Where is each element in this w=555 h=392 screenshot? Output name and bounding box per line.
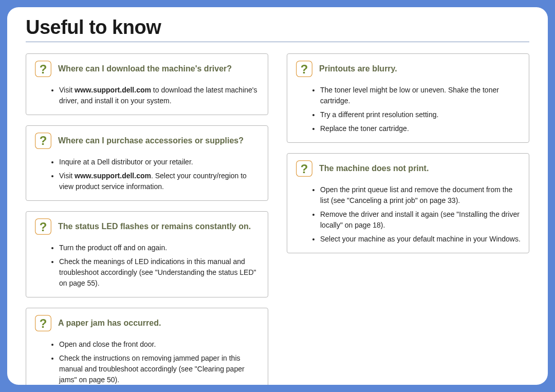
faq-header: Where can I download the machine's drive… — [34, 60, 260, 78]
faq-list: Open and close the front door. Check the… — [34, 339, 260, 385]
faq-item: Visit www.support.dell.com to download t… — [59, 85, 260, 106]
question-icon — [34, 132, 52, 150]
faq-heading: The status LED flashes or remains consta… — [58, 222, 251, 231]
content-columns: Where can I download the machine's drive… — [26, 53, 529, 385]
faq-header: Where can I purchase accessories or supp… — [34, 132, 260, 150]
faq-list: Visit www.support.dell.com to download t… — [34, 85, 260, 106]
faq-heading: A paper jam has occurred. — [58, 319, 161, 328]
document-page: Useful to know Where can I download the … — [7, 7, 548, 385]
faq-header: Printouts are blurry. — [295, 60, 521, 78]
faq-card-driver-download: Where can I download the machine's drive… — [26, 53, 268, 115]
right-column: Printouts are blurry. The toner level mi… — [287, 53, 529, 385]
title-divider — [26, 42, 529, 42]
faq-heading: Where can I purchase accessories or supp… — [58, 136, 244, 145]
question-icon — [34, 60, 52, 78]
faq-list: The toner level might be low or uneven. … — [295, 85, 521, 134]
faq-heading: Where can I download the machine's drive… — [58, 64, 232, 73]
faq-card-paper-jam: A paper jam has occurred. Open and close… — [26, 308, 268, 385]
question-icon — [34, 218, 52, 235]
faq-heading: Printouts are blurry. — [319, 64, 397, 73]
faq-item: Visit www.support.dell.com. Select your … — [59, 171, 260, 192]
faq-card-status-led: The status LED flashes or remains consta… — [26, 211, 268, 297]
question-icon — [295, 60, 313, 78]
faq-item: Check the instructions on removing jamme… — [59, 353, 260, 385]
faq-item: Open the print queue list and remove the… — [320, 184, 521, 206]
faq-item: The toner level might be low or uneven. … — [320, 85, 521, 106]
faq-header: A paper jam has occurred. — [34, 314, 260, 332]
faq-item: Open and close the front door. — [59, 339, 260, 350]
page-title: Useful to know — [26, 16, 529, 39]
faq-item: Replace the toner cartridge. — [320, 123, 521, 134]
faq-card-blurry: Printouts are blurry. The toner level mi… — [287, 53, 529, 143]
faq-item: Check the meanings of LED indications in… — [59, 256, 260, 289]
faq-card-accessories: Where can I purchase accessories or supp… — [26, 125, 268, 201]
faq-header: The machine does not print. — [295, 160, 521, 177]
faq-header: The status LED flashes or remains consta… — [34, 218, 260, 235]
faq-item: Try a different print resolution setting… — [320, 109, 521, 120]
faq-item: Inquire at a Dell distributor or your re… — [59, 157, 260, 167]
left-column: Where can I download the machine's drive… — [26, 53, 268, 385]
faq-list: Open the print queue list and remove the… — [295, 184, 521, 245]
question-icon — [34, 314, 52, 332]
faq-item: Turn the product off and on again. — [59, 242, 260, 253]
faq-item: Select your machine as your default mach… — [320, 234, 521, 245]
faq-heading: The machine does not print. — [319, 164, 429, 173]
faq-list: Inquire at a Dell distributor or your re… — [34, 157, 260, 192]
question-icon — [295, 160, 313, 177]
faq-list: Turn the product off and on again. Check… — [34, 242, 260, 289]
faq-item: Remove the driver and install it again (… — [320, 209, 521, 231]
faq-card-does-not-print: The machine does not print. Open the pri… — [287, 153, 529, 253]
